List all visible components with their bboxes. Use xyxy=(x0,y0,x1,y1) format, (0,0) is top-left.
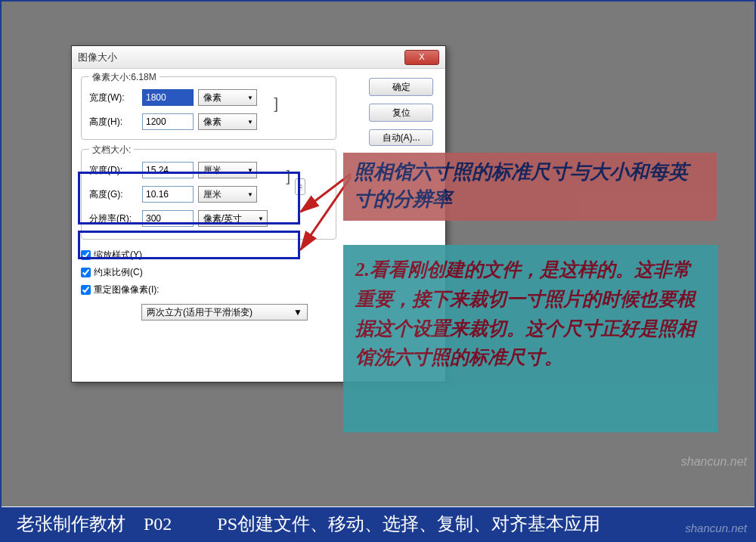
canvas-background: 图像大小 X 确定 复位 自动(A)... 像素大小:6.18M 宽度(W): … xyxy=(2,2,754,506)
teal-annotation: 2.看看刚创建的文件，是这样的。这非常重要，接下来裁切一寸照片的时候也要根据这个… xyxy=(343,245,718,432)
doc-width-unit-combo[interactable]: 厘米▼ xyxy=(198,162,257,178)
doc-height-label: 高度(G): xyxy=(89,188,138,201)
close-button[interactable]: X xyxy=(404,50,439,65)
resample-checkbox[interactable] xyxy=(81,285,91,295)
pixel-dim-legend: 像素大小:6.18M xyxy=(89,71,160,84)
height-label: 高度(H): xyxy=(89,116,138,129)
link-bracket-icon: ] xyxy=(274,95,278,113)
dialog-titlebar[interactable]: 图像大小 X xyxy=(72,46,445,69)
chevron-down-icon: ▼ xyxy=(293,307,302,317)
pixel-dimensions-fieldset: 像素大小:6.18M 宽度(W): 像素▼ 高度(H): 像素▼ ] xyxy=(81,76,336,140)
resolution-unit-combo[interactable]: 像素/英寸▼ xyxy=(198,210,268,227)
width-unit-combo[interactable]: 像素▼ xyxy=(198,89,257,106)
watermark-text: shancun.net xyxy=(681,455,747,469)
link-bracket-icon: ] xyxy=(286,168,290,185)
width-label: 宽度(W): xyxy=(89,91,138,104)
constrain-label: 约束比例(C) xyxy=(94,266,143,279)
scale-styles-label: 缩放样式(Y) xyxy=(94,249,142,262)
close-icon: X xyxy=(419,52,424,61)
chevron-down-icon: ▼ xyxy=(258,215,264,222)
width-input[interactable] xyxy=(142,89,194,106)
doc-width-label: 宽度(D): xyxy=(89,164,138,177)
dialog-title: 图像大小 xyxy=(78,51,117,64)
chevron-down-icon: ▼ xyxy=(247,119,253,125)
side-buttons: 确定 复位 自动(A)... xyxy=(369,78,433,146)
resolution-input[interactable] xyxy=(142,210,194,227)
chevron-down-icon: ▼ xyxy=(247,167,253,174)
height-input[interactable] xyxy=(142,113,194,130)
auto-button[interactable]: 自动(A)... xyxy=(369,129,433,146)
resample-label: 重定图像像素(I): xyxy=(94,283,160,296)
footer-title: PS创建文件、移动、选择、复制、对齐基本应用 xyxy=(217,512,600,536)
ok-button[interactable]: 确定 xyxy=(369,78,433,96)
doc-height-unit-combo[interactable]: 厘米▼ xyxy=(198,186,257,203)
teal-annotation-text: 2.看看刚创建的文件，是这样的。这非常重要，接下来裁切一寸照片的时候也要根据这个… xyxy=(355,256,706,373)
red-annotation-text: 照相馆六寸照的标准尺寸与大小和每英寸的分辨率 xyxy=(354,159,706,214)
resolution-label: 分辨率(R): xyxy=(89,212,138,225)
scale-styles-checkbox[interactable] xyxy=(81,250,91,260)
tutorial-frame: 图像大小 X 确定 复位 自动(A)... 像素大小:6.18M 宽度(W): … xyxy=(0,0,756,542)
reset-button[interactable]: 复位 xyxy=(369,104,433,122)
doc-width-input[interactable] xyxy=(142,162,194,178)
chain-link-icon[interactable]: ⎘ xyxy=(295,178,305,195)
height-unit-combo[interactable]: 像素▼ xyxy=(198,113,257,130)
constrain-checkbox[interactable] xyxy=(81,268,91,277)
watermark-footer: shancun.net xyxy=(685,522,747,534)
footer-author: 老张制作教材 P02 xyxy=(17,512,172,536)
doc-height-input[interactable] xyxy=(142,186,194,203)
red-annotation: 照相馆六寸照的标准尺寸与大小和每英寸的分辨率 xyxy=(343,153,717,221)
interpolation-combo[interactable]: 两次立方(适用于平滑渐变) ▼ xyxy=(141,304,308,321)
chevron-down-icon: ▼ xyxy=(247,94,253,101)
document-size-fieldset: 文档大小: 宽度(D): 厘米▼ 高度(G): 厘米▼ 分辨率(R): xyxy=(81,149,336,240)
tutorial-footer: 老张制作教材 P02 PS创建文件、移动、选择、复制、对齐基本应用 shancu… xyxy=(2,507,754,540)
chevron-down-icon: ▼ xyxy=(247,191,253,198)
doc-size-legend: 文档大小: xyxy=(89,144,134,156)
